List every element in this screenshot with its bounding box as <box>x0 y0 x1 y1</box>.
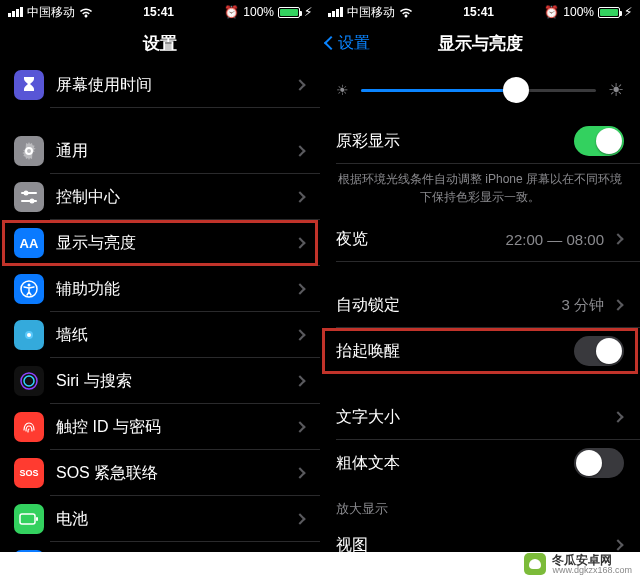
watermark-url: www.dgkzx168.com <box>552 566 632 575</box>
row-night-shift[interactable]: 夜览 22:00 — 08:00 <box>320 216 640 262</box>
row-view[interactable]: 视图 <box>320 522 640 556</box>
row-label: 控制中心 <box>56 187 296 208</box>
battery-pct: 100% <box>243 5 274 19</box>
brightness-slider-row: ☀︎ ☀︎ <box>320 62 640 118</box>
status-time: 15:41 <box>143 5 174 19</box>
signal-icon <box>328 7 343 17</box>
row-bold-text: 粗体文本 <box>320 440 640 486</box>
signal-icon <box>8 7 23 17</box>
row-label: 通用 <box>56 141 296 162</box>
sun-large-icon: ☀︎ <box>608 79 624 101</box>
bold-text-toggle[interactable] <box>574 448 624 478</box>
status-time: 15:41 <box>463 5 494 19</box>
watermark: 冬瓜安卓网 www.dgkzx168.com <box>0 552 640 576</box>
svg-point-6 <box>28 284 31 287</box>
back-label: 设置 <box>338 33 370 54</box>
row-auto-lock[interactable]: 自动锁定 3 分钟 <box>320 282 640 328</box>
gear-icon <box>14 136 44 166</box>
svg-rect-3 <box>21 200 37 202</box>
row-label: 屏幕使用时间 <box>56 75 296 96</box>
wallpaper-icon <box>14 320 44 350</box>
nav-bar: 设置 <box>0 24 320 62</box>
row-label: 抬起唤醒 <box>336 341 574 362</box>
row-label: 粗体文本 <box>336 453 574 474</box>
brightness-slider[interactable] <box>361 89 596 92</box>
chevron-right-icon <box>612 539 623 550</box>
row-text-size[interactable]: 文字大小 <box>320 394 640 440</box>
row-siri[interactable]: Siri 与搜索 <box>0 358 320 404</box>
row-display-brightness[interactable]: AA 显示与亮度 <box>0 220 320 266</box>
back-button[interactable]: 设置 <box>326 33 370 54</box>
svg-rect-1 <box>21 192 37 194</box>
svg-point-2 <box>24 191 29 196</box>
accessibility-icon <box>14 274 44 304</box>
fingerprint-icon <box>14 412 44 442</box>
svg-point-10 <box>24 376 34 386</box>
nav-bar: 设置 显示与亮度 <box>320 24 640 62</box>
chevron-right-icon <box>294 329 305 340</box>
row-raise-to-wake: 抬起唤醒 <box>320 328 640 374</box>
battery-icon <box>598 7 620 18</box>
row-accessibility[interactable]: 辅助功能 <box>0 266 320 312</box>
sos-icon: SOS <box>14 458 44 488</box>
svg-point-8 <box>27 333 31 337</box>
page-title: 显示与亮度 <box>438 32 523 55</box>
sun-small-icon: ☀︎ <box>336 82 349 98</box>
chevron-right-icon <box>294 283 305 294</box>
battery-pct: 100% <box>563 5 594 19</box>
row-detail: 3 分钟 <box>561 296 604 315</box>
raise-to-wake-toggle[interactable] <box>574 336 624 366</box>
left-screen: 中国移动 15:41 ⏰ 100% ⚡︎ 设置 屏幕使用时间 通用 控制中心 A… <box>0 0 320 556</box>
alarm-icon: ⏰ <box>224 5 239 19</box>
row-label: Siri 与搜索 <box>56 371 296 392</box>
row-battery[interactable]: 电池 <box>0 496 320 542</box>
charge-icon: ⚡︎ <box>624 5 632 19</box>
alarm-icon: ⏰ <box>544 5 559 19</box>
row-touchid[interactable]: 触控 ID 与密码 <box>0 404 320 450</box>
row-label: 显示与亮度 <box>56 233 296 254</box>
watermark-logo-icon <box>524 553 546 575</box>
wifi-icon <box>79 7 93 18</box>
row-label: SOS 紧急联络 <box>56 463 296 484</box>
right-screen: 中国移动 15:41 ⏰ 100% ⚡︎ 设置 显示与亮度 ☀︎ ☀︎ 原彩显示… <box>320 0 640 556</box>
chevron-right-icon <box>294 237 305 248</box>
section-label-zoom: 放大显示 <box>320 486 640 522</box>
chevron-right-icon <box>294 145 305 156</box>
chevron-right-icon <box>294 79 305 90</box>
chevron-right-icon <box>612 233 623 244</box>
row-wallpaper[interactable]: 墙纸 <box>0 312 320 358</box>
battery-icon <box>278 7 300 18</box>
battery-row-icon <box>14 504 44 534</box>
chevron-right-icon <box>612 299 623 310</box>
status-bar: 中国移动 15:41 ⏰ 100% ⚡︎ <box>320 0 640 24</box>
chevron-left-icon <box>324 36 338 50</box>
watermark-name: 冬瓜安卓网 <box>552 554 612 566</box>
charge-icon: ⚡︎ <box>304 5 312 19</box>
row-sos[interactable]: SOS SOS 紧急联络 <box>0 450 320 496</box>
row-label: 墙纸 <box>56 325 296 346</box>
row-label: 电池 <box>56 509 296 530</box>
row-label: 原彩显示 <box>336 131 574 152</box>
row-screen-time[interactable]: 屏幕使用时间 <box>0 62 320 108</box>
hourglass-icon <box>14 70 44 100</box>
row-label: 触控 ID 与密码 <box>56 417 296 438</box>
chevron-right-icon <box>294 191 305 202</box>
chevron-right-icon <box>294 467 305 478</box>
row-general[interactable]: 通用 <box>0 128 320 174</box>
wifi-icon <box>399 7 413 18</box>
row-label: 夜览 <box>336 229 506 250</box>
chevron-right-icon <box>612 411 623 422</box>
truetone-toggle[interactable] <box>574 126 624 156</box>
row-truetone: 原彩显示 <box>320 118 640 164</box>
siri-icon <box>14 366 44 396</box>
row-label: 辅助功能 <box>56 279 296 300</box>
row-detail: 22:00 — 08:00 <box>506 231 604 248</box>
status-bar: 中国移动 15:41 ⏰ 100% ⚡︎ <box>0 0 320 24</box>
row-control-center[interactable]: 控制中心 <box>0 174 320 220</box>
chevron-right-icon <box>294 375 305 386</box>
carrier-label: 中国移动 <box>27 4 75 21</box>
svg-rect-11 <box>20 514 35 524</box>
row-label: 自动锁定 <box>336 295 561 316</box>
truetone-note: 根据环境光线条件自动调整 iPhone 屏幕以在不同环境下保持色彩显示一致。 <box>320 164 640 216</box>
sliders-icon <box>14 182 44 212</box>
